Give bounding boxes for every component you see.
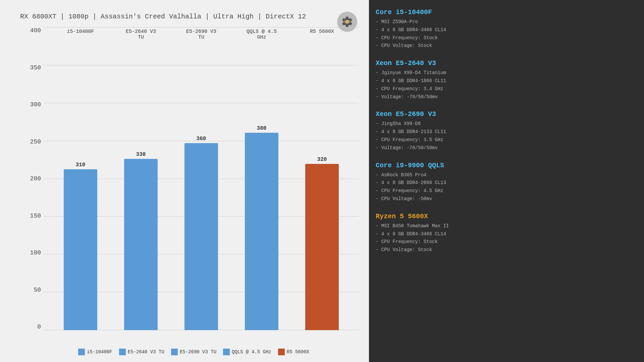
bar-value-label: 380 — [257, 125, 267, 131]
bars-and-yaxis: 050100150200250300350400 310330360380320… — [29, 27, 359, 344]
y-tick: 400 — [29, 27, 44, 34]
bar-value-label: 310 — [76, 162, 86, 168]
cpu-entry-details: - JingSha X99-D8- 4 x 8 GB DDR4-2133 CL1… — [376, 120, 637, 152]
legend-item: R5 5600X — [278, 349, 309, 355]
bar-value-label: 360 — [197, 136, 206, 142]
y-axis-label — [20, 27, 27, 355]
cpu-entry: Xeon E5-2640 V3- Jginyue X99-D4 Titanium… — [376, 59, 637, 101]
legend-item: E5-2690 V3 TU — [171, 349, 216, 355]
cpu-entry-title: Xeon E5-2690 V3 — [376, 110, 637, 118]
legend-item: i5-10400F — [78, 349, 112, 355]
y-tick: 300 — [29, 101, 44, 108]
bars-container: 310330360380320 i5-10400FE5-2640 V3 TUE5… — [44, 27, 359, 344]
cpu-entry-details: - MSI Z590A-Pro- 4 x 8 GB DDR4-3466 CL14… — [376, 18, 637, 50]
legend-color-box — [78, 349, 85, 355]
y-tick: 0 — [29, 323, 44, 330]
y-tick: 100 — [29, 249, 44, 256]
y-tick: 250 — [29, 138, 44, 145]
y-tick: 150 — [29, 213, 44, 219]
cpu-entry: Core i9-9900 QQLS- AsRock B365 Pro4- 4 x… — [376, 162, 637, 203]
chart-legend: i5-10400FE5-2640 V3 TUE5-2690 V3 TUQQLS … — [29, 349, 359, 355]
cpu-entry-details: - AsRock B365 Pro4- 4 x 8 GB DDR4-2666 C… — [376, 171, 637, 203]
cpu-entry-title: Xeon E5-2640 V3 — [376, 59, 637, 67]
bar-group: 330 — [124, 152, 158, 330]
cpu-entry: Ryzen 5 5600X- MSI B450 Tomahawk Max II-… — [376, 213, 637, 254]
bar-group: 380 — [245, 125, 278, 330]
bar-group: 310 — [64, 162, 97, 330]
legend-color-box — [223, 349, 230, 355]
legend-color-box — [278, 349, 285, 355]
cpu-entry: Core i5-10400F- MSI Z590A-Pro- 4 x 8 GB … — [376, 8, 637, 50]
sidebar: Core i5-10400F- MSI Z590A-Pro- 4 x 8 GB … — [369, 0, 644, 362]
legend-color-box — [171, 349, 178, 355]
cpu-entry-title: Core i5-10400F — [376, 8, 637, 16]
legend-label: QQLS @ 4.5 GHz — [232, 349, 271, 355]
chart-subtitle: RX 6800XT | 1080p | Assassin's Creed Val… — [20, 13, 359, 20]
chart-inner: 050100150200250300350400 310330360380320… — [29, 27, 359, 355]
bar — [124, 159, 158, 330]
cpu-entry-details: - MSI B450 Tomahawk Max II- 4 x 8 GB DDR… — [376, 222, 637, 254]
bar-group: 360 — [184, 136, 218, 330]
bar — [64, 169, 97, 330]
cpu-entry-title: Core i9-9900 QQLS — [376, 162, 637, 169]
legend-color-box — [119, 349, 126, 355]
y-axis-ticks: 050100150200250300350400 — [29, 27, 44, 344]
y-tick: 350 — [29, 64, 44, 71]
bar — [245, 133, 278, 330]
chart-area: RX 6800XT | 1080p | Assassin's Creed Val… — [0, 0, 369, 362]
cpu-entry-title: Ryzen 5 5600X — [376, 213, 637, 220]
bar — [184, 143, 218, 330]
cpu-entry: Xeon E5-2690 V3- JingSha X99-D8- 4 x 8 G… — [376, 110, 637, 152]
bar-group: 320 — [305, 157, 339, 330]
legend-label: E5-2690 V3 TU — [180, 349, 216, 355]
chart-wrapper: 050100150200250300350400 310330360380320… — [20, 27, 359, 355]
y-tick: 200 — [29, 175, 44, 182]
bar-value-label: 330 — [136, 152, 146, 158]
cpu-entry-details: - Jginyue X99-D4 Titanium- 4 x 8 GB DDR4… — [376, 69, 637, 101]
legend-label: E5-2640 V3 TU — [128, 349, 164, 355]
legend-item: QQLS @ 4.5 GHz — [223, 349, 271, 355]
bar-value-label: 320 — [317, 157, 327, 163]
bar — [305, 164, 339, 330]
legend-item: E5-2640 V3 TU — [119, 349, 164, 355]
legend-label: i5-10400F — [87, 349, 112, 355]
legend-label: R5 5600X — [287, 349, 309, 355]
bars-row: 310330360380320 — [44, 27, 359, 330]
y-tick: 50 — [29, 287, 44, 293]
